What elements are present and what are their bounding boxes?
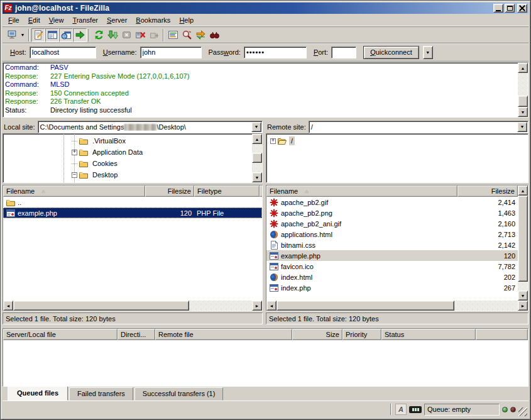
site-manager-dropdown[interactable]: ▼ [19,28,26,42]
disconnect-button[interactable] [133,28,147,42]
log-line: Response:227 Entering Passive Mode (127,… [5,72,518,81]
remote-hscrollbar[interactable]: ◄ ► [266,301,528,311]
redacted-username [124,124,156,131]
menu-transfer[interactable]: Transfer [68,15,102,25]
activity-led-green [502,407,508,412]
close-button[interactable] [517,4,527,13]
host-input[interactable] [30,47,96,58]
site-manager-button[interactable] [5,28,19,42]
menu-view[interactable]: View [45,15,68,25]
column-direction[interactable]: Directi... [118,329,155,340]
menu-bookmarks[interactable]: Bookmarks [131,15,175,25]
password-input[interactable] [244,47,307,58]
local-site-combobox[interactable]: C:\Documents and Settings\Desktop\ ▼ [38,121,263,133]
local-list-header: Filename▲ Filesize Filetype L [3,185,262,197]
menu-server[interactable]: Server [102,15,131,25]
scrollbar-thumb[interactable] [276,301,454,311]
reconnect-button[interactable] [147,28,161,42]
quickconnect-dropdown[interactable]: ▼ [423,46,433,59]
tab-failed-transfers[interactable]: Failed transfers [69,387,133,401]
file-row[interactable]: apache_pb2.png 1,463 [266,207,518,218]
remote-list-scrollbar[interactable]: ▲ ▼ [518,185,528,301]
queue-list[interactable] [3,340,528,386]
scroll-up-button[interactable]: ▲ [518,63,528,73]
scroll-down-button[interactable]: ▼ [518,290,528,301]
file-row[interactable]: apache_pb2.gif 2,414 [266,197,518,207]
toggle-message-log-button[interactable] [31,28,45,42]
local-hscrollbar[interactable]: ◄ ► [3,301,262,311]
scrollbar-thumb[interactable] [518,96,528,107]
column-server-local-file[interactable]: Server/Local file [3,329,118,340]
collapse-icon[interactable]: − [72,172,77,178]
filter-button[interactable] [166,28,180,42]
scroll-down-button[interactable]: ▼ [252,172,262,182]
scrollbar-thumb[interactable] [518,196,528,282]
scroll-left-button[interactable]: ◄ [3,301,13,311]
synchronized-browsing-button[interactable] [194,28,207,42]
column-filename[interactable]: Filename▲ [266,185,457,197]
scroll-up-button[interactable]: ▲ [252,134,262,144]
log-scrollbar[interactable]: ▲ ▼ [518,63,528,117]
tab-queued-files[interactable]: Queued files [8,386,68,401]
menu-file[interactable]: File [4,15,24,25]
remote-site-dropdown[interactable]: ▼ [517,122,527,132]
column-priority[interactable]: Priority [342,329,381,340]
toggle-local-tree-button[interactable] [45,28,59,42]
minimize-button[interactable] [493,4,503,13]
tree-item-virtualbox[interactable]: .VirtualBox [3,135,252,146]
title-bar: Fz john@localhost - FileZilla [3,3,528,14]
file-row[interactable]: index.html 202 [266,272,518,282]
file-row[interactable]: bitnami.css 2,142 [266,240,518,250]
tree-item-desktop[interactable]: − Desktop [3,169,252,180]
scroll-right-button[interactable]: ► [252,301,262,311]
log-line: Response:150 Connection accepted [5,89,518,98]
toggle-queue-button[interactable] [73,28,87,42]
column-last-modified[interactable]: L [260,185,262,197]
scroll-left-button[interactable]: ◄ [266,301,276,311]
local-tree-scrollbar[interactable]: ▲ ▼ [252,134,262,182]
scrollbar-thumb[interactable] [252,153,262,163]
scrollbar-thumb[interactable] [13,301,189,311]
file-row-example-php[interactable]: example.php 120 PHP File 1 [3,207,262,218]
scroll-right-button[interactable]: ► [518,301,528,311]
find-files-button[interactable] [207,28,221,42]
scroll-down-button[interactable]: ▼ [518,107,528,117]
local-site-dropdown[interactable]: ▼ [251,122,261,132]
tree-item-root[interactable]: + / [266,135,528,146]
column-remote-file[interactable]: Remote file [155,329,292,340]
tree-item-cookies[interactable]: Cookies [3,158,252,169]
file-row-example-php[interactable]: example.php 120 [266,250,518,261]
maximize-button[interactable] [505,4,515,13]
username-input[interactable] [140,47,202,58]
column-filetype[interactable]: Filetype [194,185,260,197]
expand-icon[interactable]: + [270,138,276,144]
column-size[interactable]: Size [292,329,342,340]
port-input[interactable] [331,47,356,58]
menu-edit[interactable]: Edit [24,15,45,25]
process-queue-button[interactable] [106,28,119,42]
scroll-up-button[interactable]: ▲ [518,185,528,196]
column-status[interactable]: Status [381,329,476,340]
cancel-button[interactable] [119,28,133,42]
arrow-right-icon: ► [521,304,525,308]
column-filename[interactable]: Filename▲ [3,185,145,197]
menu-help[interactable]: Help [175,15,198,25]
directory-comparison-button[interactable] [180,28,194,42]
column-filesize[interactable]: Filesize [145,185,194,197]
resize-grip[interactable] [518,407,527,416]
tree-item-application-data[interactable]: + Application Data [3,146,252,158]
file-row[interactable]: favicon.ico 7,782 [266,261,518,272]
tab-successful-transfers[interactable]: Successful transfers (1) [134,387,224,401]
php-file-icon [6,208,16,218]
quickconnect-button[interactable]: Quickconnect [363,46,419,59]
status-indicator-icon [409,406,422,413]
expand-icon[interactable]: + [72,150,77,155]
column-filesize[interactable]: Filesize [457,185,518,197]
file-row[interactable]: index.php 267 [266,282,518,293]
remote-site-combobox[interactable]: / ▼ [309,121,528,133]
file-row-parent[interactable]: .. [3,197,262,207]
refresh-button[interactable] [92,28,106,42]
file-row[interactable]: applications.html 2,713 [266,229,518,240]
file-row[interactable]: apache_pb2_ani.gif 2,160 [266,218,518,229]
toggle-remote-tree-button[interactable] [59,28,73,42]
